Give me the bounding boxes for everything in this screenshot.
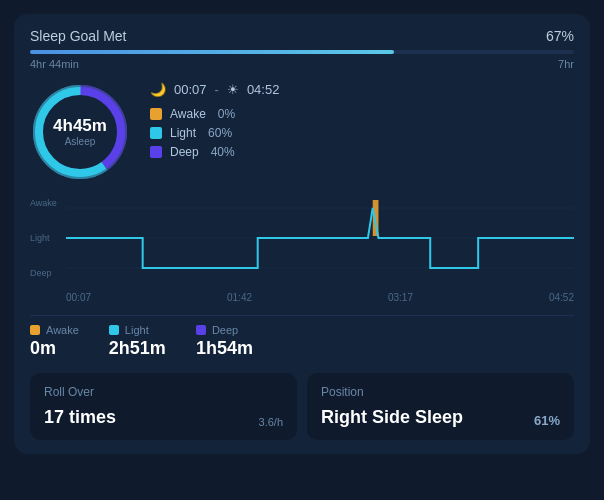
- stats-row: Awake 0m Light 2h51m Deep 1h54m: [30, 315, 574, 359]
- end-time: 04:52: [247, 82, 280, 97]
- light-dot: [150, 127, 162, 139]
- stat-deep-value: 1h54m: [196, 338, 253, 359]
- stat-awake-dot: [30, 325, 40, 335]
- donut-center: 4h45m Asleep: [53, 117, 107, 147]
- time-range: 🌙 00:07 - ☀ 04:52: [150, 82, 574, 97]
- light-pct: 60%: [208, 126, 232, 140]
- position-title: Position: [321, 385, 560, 399]
- light-label: Light: [170, 126, 196, 140]
- chart-svg: [66, 198, 574, 278]
- awake-label: Awake: [170, 107, 206, 121]
- deep-pct: 40%: [211, 145, 235, 159]
- goal-time-label: 7hr: [558, 58, 574, 70]
- stat-light-dot: [109, 325, 119, 335]
- stat-awake: Awake 0m: [30, 324, 79, 359]
- stat-light-value: 2h51m: [109, 338, 166, 359]
- card-header: Sleep Goal Met 67%: [30, 28, 574, 44]
- actual-time-label: 4hr 44min: [30, 58, 79, 70]
- start-time: 00:07: [174, 82, 207, 97]
- time-labels: 4hr 44min 7hr: [30, 58, 574, 70]
- moon-icon: 🌙: [150, 82, 166, 97]
- sun-icon: ☀: [227, 82, 239, 97]
- stat-awake-label: Awake: [30, 324, 79, 336]
- y-label-light: Light: [30, 233, 57, 243]
- legend-area: 🌙 00:07 - ☀ 04:52 Awake 0% Light 60%: [150, 82, 574, 159]
- rollover-card: Roll Over 17 times 3.6/h: [30, 373, 297, 440]
- legend-items: Awake 0% Light 60% Deep 40%: [150, 107, 574, 159]
- goal-percent: 67%: [546, 28, 574, 44]
- stat-light: Light 2h51m: [109, 324, 166, 359]
- sleep-chart: Awake Light Deep 00:07: [30, 198, 574, 303]
- card-title: Sleep Goal Met: [30, 28, 127, 44]
- stat-deep-dot: [196, 325, 206, 335]
- legend-deep: Deep 40%: [150, 145, 574, 159]
- stat-light-label: Light: [109, 324, 166, 336]
- time-separator: -: [215, 82, 219, 97]
- position-row: Right Side Sleep 61%: [321, 407, 560, 428]
- awake-dot: [150, 108, 162, 120]
- x-label-0317: 03:17: [388, 292, 413, 303]
- rollover-value: 17 times: [44, 407, 116, 428]
- legend-awake: Awake 0%: [150, 107, 574, 121]
- y-label-deep: Deep: [30, 268, 57, 278]
- legend-light: Light 60%: [150, 126, 574, 140]
- position-card: Position Right Side Sleep 61%: [307, 373, 574, 440]
- chart-y-labels: Awake Light Deep: [30, 198, 57, 278]
- donut-chart: 4h45m Asleep: [30, 82, 130, 182]
- sleep-duration: 4h45m: [53, 117, 107, 136]
- position-pct: 61%: [534, 413, 560, 428]
- sleep-card: Sleep Goal Met 67% 4hr 44min 7hr 4h45m: [14, 14, 590, 454]
- deep-dot: [150, 146, 162, 158]
- bottom-row: Roll Over 17 times 3.6/h Position Right …: [30, 373, 574, 440]
- x-label-0142: 01:42: [227, 292, 252, 303]
- rollover-row: 17 times 3.6/h: [44, 407, 283, 428]
- y-label-awake: Awake: [30, 198, 57, 208]
- deep-label: Deep: [170, 145, 199, 159]
- x-label-0452: 04:52: [549, 292, 574, 303]
- chart-svg-wrap: [30, 198, 574, 282]
- progress-bar-fill: [30, 50, 394, 54]
- x-label-0007: 00:07: [66, 292, 91, 303]
- asleep-label: Asleep: [53, 136, 107, 147]
- stat-deep: Deep 1h54m: [196, 324, 253, 359]
- stat-awake-value: 0m: [30, 338, 79, 359]
- stat-deep-label: Deep: [196, 324, 253, 336]
- progress-bar-track: [30, 50, 574, 54]
- awake-pct: 0%: [218, 107, 235, 121]
- chart-x-labels: 00:07 01:42 03:17 04:52: [30, 292, 574, 303]
- sleep-info-section: 4h45m Asleep 🌙 00:07 - ☀ 04:52 Awake 0%: [30, 82, 574, 182]
- rollover-sub: 3.6/h: [259, 416, 283, 428]
- position-value: Right Side Sleep: [321, 407, 463, 428]
- rollover-title: Roll Over: [44, 385, 283, 399]
